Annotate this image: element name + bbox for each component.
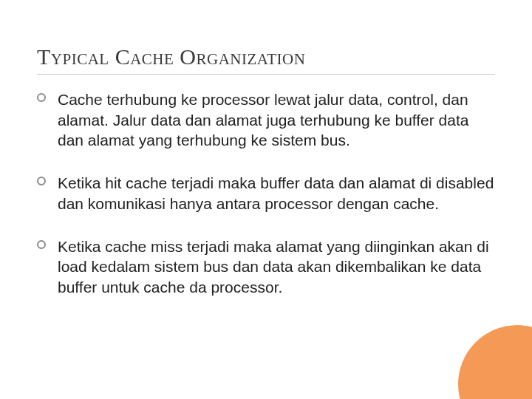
list-item: Ketika cache miss terjadi maka alamat ya… xyxy=(37,236,495,298)
list-item-text: Cache terhubung ke processor lewat jalur… xyxy=(58,91,469,149)
bullet-icon xyxy=(37,177,46,185)
bullet-icon xyxy=(37,240,46,249)
list-item: Ketika hit cache terjadi maka buffer dat… xyxy=(37,173,495,214)
bullet-icon xyxy=(37,93,46,102)
list-item: Cache terhubung ke processor lewat jalur… xyxy=(37,89,495,151)
circle-icon xyxy=(458,325,532,399)
list-item-text: Ketika hit cache terjadi maka buffer dat… xyxy=(58,174,494,212)
slide: Typical Cache Organization Cache terhubu… xyxy=(0,0,532,399)
bullet-list: Cache terhubung ke processor lewat jalur… xyxy=(37,89,495,298)
list-item-text: Ketika cache miss terjadi maka alamat ya… xyxy=(58,238,489,296)
corner-decoration xyxy=(443,310,532,399)
circle-icon xyxy=(460,362,504,399)
slide-title: Typical Cache Organization xyxy=(37,44,495,75)
